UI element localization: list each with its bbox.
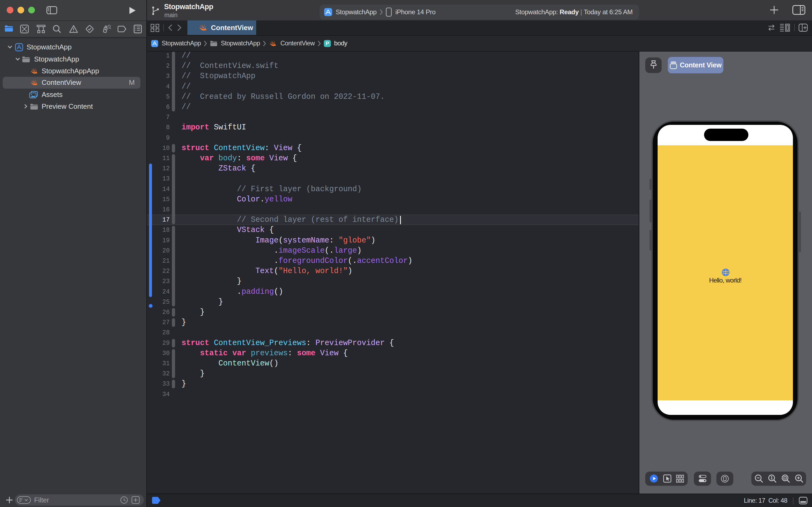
- svg-text:1: 1: [770, 475, 773, 480]
